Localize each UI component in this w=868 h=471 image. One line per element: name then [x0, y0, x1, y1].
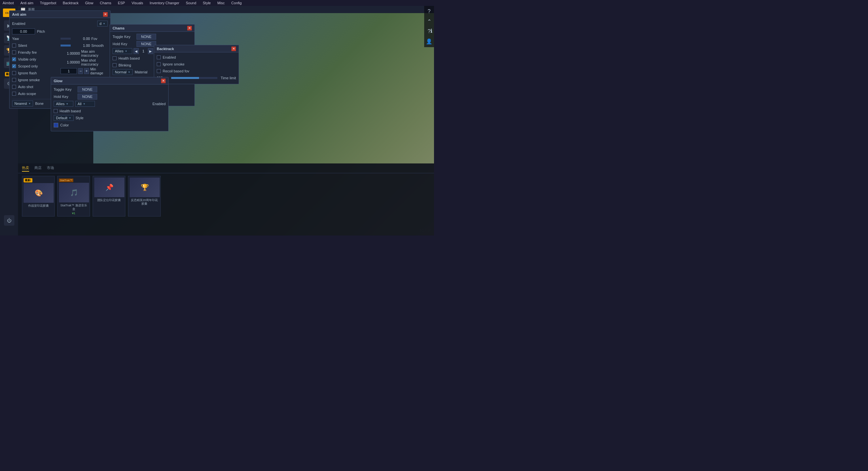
- chams-prev-button[interactable]: ◀: [133, 48, 139, 54]
- friendly-fire-checkbox[interactable]: [12, 51, 16, 54]
- menu-inventory-changer[interactable]: Inventory Changer: [148, 1, 181, 5]
- backtrack-time-limit-row: 200 ms Time limit: [157, 75, 236, 81]
- chams-material-arrow: ▼: [128, 71, 130, 74]
- scoped-only-label: Scoped only: [18, 64, 38, 68]
- menu-visuals[interactable]: Visuals: [130, 1, 144, 5]
- backtrack-close-button[interactable]: ✕: [231, 47, 236, 51]
- max-shot-label: Max shot inaccuracy: [81, 58, 108, 66]
- market-item-1[interactable]: 最新! 🎨 作战室印花胶囊: [22, 176, 55, 216]
- chams-normal-label: Normal: [115, 70, 126, 74]
- info-icon[interactable]: ℹ: [430, 28, 432, 34]
- auto-scope-checkbox[interactable]: [12, 92, 16, 96]
- chams-health-based-label: Health based: [119, 56, 140, 60]
- max-shot-inaccuracy-row: 1.00000 Max shot inaccuracy: [61, 58, 108, 66]
- chams-blinking-checkbox[interactable]: [113, 63, 117, 67]
- menu-style[interactable]: Style: [202, 1, 212, 5]
- min-damage-input[interactable]: [61, 68, 77, 74]
- max-aim-value: 1.00000: [62, 52, 80, 55]
- auto-scope-label: Auto scope: [18, 92, 36, 96]
- menu-aimbot[interactable]: Aimbot: [1, 1, 15, 5]
- silent-checkbox[interactable]: [12, 43, 16, 48]
- menu-esp[interactable]: ESP: [117, 1, 126, 5]
- min-damage-minus-button[interactable]: −: [78, 68, 83, 74]
- backtrack-header: Backtrack ✕: [154, 45, 239, 52]
- anti-aim-header: Anti aim ✕: [9, 11, 110, 18]
- chams-toggle-key-row: Toggle Key NONE: [113, 34, 192, 40]
- glow-hold-key-button[interactable]: NONE: [78, 94, 97, 99]
- menu-chams[interactable]: Chams: [98, 1, 113, 5]
- backtrack-time-slider[interactable]: [171, 77, 217, 79]
- backtrack-ignore-smoke-label: Ignore smoke: [163, 62, 185, 66]
- smooth-slider-track[interactable]: [61, 45, 71, 47]
- glow-hold-key-label: Hold Key: [54, 95, 75, 98]
- right-panel: ? ⌃ ? 👤 ℹ: [424, 6, 434, 47]
- pitch-row: Pitch: [12, 29, 108, 34]
- glow-enabled-badge: Enabled: [153, 102, 165, 106]
- silent-row: Silent: [12, 42, 58, 49]
- chams-toggle-key-button[interactable]: NONE: [136, 34, 156, 40]
- user-icon[interactable]: 👤: [426, 38, 432, 45]
- nearest-dropdown[interactable]: Nearest ▼: [12, 100, 33, 107]
- glow-style-row: Default ▼ Style: [54, 115, 165, 121]
- menu-anti-aim[interactable]: Anti aim: [19, 1, 35, 5]
- glow-all-dropdown[interactable]: All ▼: [75, 101, 95, 107]
- market-item-2[interactable]: StatTrak™ 🎵 StatTrak™ 激进音乐盒 ¥1: [57, 176, 90, 216]
- glow-color-row: Color: [54, 122, 165, 128]
- chams-blinking-label: Blinking: [119, 63, 131, 67]
- menu-sound[interactable]: Sound: [185, 1, 198, 5]
- glow-toggle-key-row: Toggle Key NONE: [54, 86, 165, 92]
- sidebar-power-icon[interactable]: ⏻: [4, 215, 14, 226]
- pitch-input[interactable]: [12, 29, 35, 34]
- backtrack-time-fill: [171, 77, 199, 79]
- backtrack-ignore-smoke-checkbox[interactable]: [157, 62, 161, 66]
- help-icon[interactable]: ?: [428, 8, 431, 14]
- market-tab-market[interactable]: 市场: [47, 165, 54, 172]
- chams-hold-key-label: Hold Key: [113, 42, 134, 46]
- chams-health-based-checkbox[interactable]: [113, 56, 117, 60]
- glow-allies-dropdown[interactable]: Allies ▼: [54, 101, 73, 107]
- item-name-4: 反恐精英20周年印花胶囊: [130, 199, 159, 206]
- ignore-flash-checkbox[interactable]: [12, 71, 16, 75]
- chevron-up-icon[interactable]: ⌃: [427, 18, 431, 25]
- min-damage-plus-button[interactable]: +: [84, 68, 89, 74]
- glow-color-swatch[interactable]: [54, 123, 58, 127]
- chams-allies-dropdown[interactable]: Allies ▼: [113, 48, 132, 54]
- market-tab-shop[interactable]: 商店: [34, 165, 41, 172]
- glow-style-label: Style: [75, 116, 84, 120]
- backtrack-recoil-label: Recoil based fov: [163, 69, 189, 73]
- menu-glow[interactable]: Glow: [84, 1, 95, 5]
- market-item-3[interactable]: 📌 团队定位印花胶囊: [93, 176, 125, 216]
- glow-close-button[interactable]: ✕: [161, 79, 165, 83]
- visible-only-checkbox[interactable]: [12, 57, 16, 61]
- menu-triggerbot[interactable]: Triggerbot: [39, 1, 58, 5]
- menu-bar: Aimbot Anti aim Triggerbot Backtrack Glo…: [0, 0, 434, 6]
- chams-material-dropdown[interactable]: Normal ▼: [113, 69, 132, 75]
- market-tabs: 热卖 商店 市场: [18, 164, 434, 173]
- fov-slider-track[interactable]: [61, 38, 71, 40]
- friendly-fire-row: Friendly fire: [12, 50, 58, 55]
- glow-title: Glow: [54, 79, 63, 83]
- smooth-value: 1.00: [72, 43, 90, 48]
- market-item-4[interactable]: 🏆 反恐精英20周年印花胶囊: [128, 176, 161, 216]
- chams-close-button[interactable]: ✕: [187, 26, 192, 30]
- anti-aim-close-button[interactable]: ✕: [103, 12, 108, 17]
- chams-hold-key-button[interactable]: NONE: [136, 41, 156, 47]
- glow-default-dropdown[interactable]: Default ▼: [54, 115, 74, 121]
- glow-toggle-key-button[interactable]: NONE: [78, 86, 97, 92]
- smooth-slider-fill: [61, 45, 71, 47]
- backtrack-recoil-checkbox[interactable]: [157, 69, 161, 73]
- min-damage-label: Min damage: [90, 67, 108, 75]
- anti-aim-enabled-dropdown[interactable]: d ▼: [97, 21, 108, 27]
- menu-misc[interactable]: Misc: [216, 1, 226, 5]
- glow-style-arrow: ▼: [69, 117, 71, 120]
- chams-next-button[interactable]: ▶: [148, 48, 153, 54]
- menu-backtrack[interactable]: Backtrack: [62, 1, 80, 5]
- menu-config[interactable]: Config: [230, 1, 243, 5]
- backtrack-enabled-checkbox[interactable]: [157, 55, 161, 59]
- ignore-smoke-checkbox[interactable]: [12, 78, 16, 82]
- glow-health-based-checkbox[interactable]: [54, 109, 58, 113]
- scoped-only-checkbox[interactable]: [12, 64, 16, 68]
- backtrack-ignore-smoke-row: Ignore smoke: [157, 61, 236, 67]
- auto-shot-checkbox[interactable]: [12, 85, 16, 89]
- market-tab-hot[interactable]: 热卖: [22, 165, 29, 172]
